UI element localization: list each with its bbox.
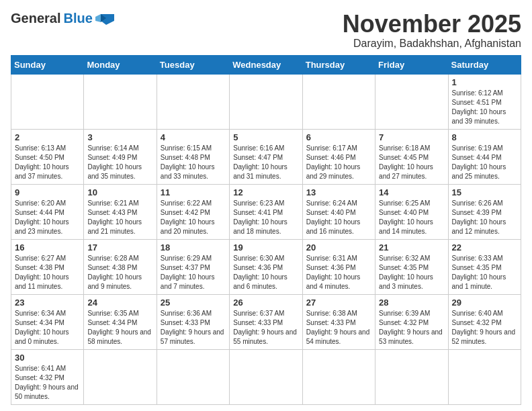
calendar-day-cell: 18Sunrise: 6:29 AM Sunset: 4:37 PM Dayli… bbox=[157, 239, 229, 294]
day-number: 5 bbox=[233, 132, 298, 142]
weekday-header-monday: Monday bbox=[84, 55, 157, 74]
day-number: 12 bbox=[233, 187, 298, 197]
day-info: Sunrise: 6:36 AM Sunset: 4:33 PM Dayligh… bbox=[161, 309, 226, 347]
day-info: Sunrise: 6:41 AM Sunset: 4:32 PM Dayligh… bbox=[15, 364, 80, 402]
calendar-day-cell: 17Sunrise: 6:28 AM Sunset: 4:38 PM Dayli… bbox=[84, 239, 157, 294]
day-info: Sunrise: 6:40 AM Sunset: 4:32 PM Dayligh… bbox=[452, 309, 517, 347]
day-number: 11 bbox=[161, 187, 226, 197]
calendar-day-cell: 1Sunrise: 6:12 AM Sunset: 4:51 PM Daylig… bbox=[448, 74, 521, 129]
day-info: Sunrise: 6:39 AM Sunset: 4:32 PM Dayligh… bbox=[379, 309, 444, 347]
calendar-week-row: 9Sunrise: 6:20 AM Sunset: 4:44 PM Daylig… bbox=[11, 184, 521, 239]
title-area: November 2025 Darayim, Badakhshan, Afgha… bbox=[343, 11, 521, 50]
calendar-day-cell bbox=[230, 74, 302, 129]
day-info: Sunrise: 6:38 AM Sunset: 4:33 PM Dayligh… bbox=[306, 309, 371, 347]
day-info: Sunrise: 6:17 AM Sunset: 4:46 PM Dayligh… bbox=[306, 144, 371, 181]
day-info: Sunrise: 6:35 AM Sunset: 4:34 PM Dayligh… bbox=[87, 309, 152, 347]
day-number: 28 bbox=[379, 298, 444, 308]
weekday-header-sunday: Sunday bbox=[11, 55, 84, 74]
calendar-day-cell bbox=[84, 74, 157, 129]
day-info: Sunrise: 6:20 AM Sunset: 4:44 PM Dayligh… bbox=[15, 199, 80, 236]
logo-blue-text: Blue bbox=[63, 11, 92, 26]
calendar-day-cell: 30Sunrise: 6:41 AM Sunset: 4:32 PM Dayli… bbox=[11, 349, 84, 404]
calendar-day-cell: 16Sunrise: 6:27 AM Sunset: 4:38 PM Dayli… bbox=[11, 239, 84, 294]
calendar-day-cell bbox=[157, 349, 229, 404]
day-info: Sunrise: 6:15 AM Sunset: 4:48 PM Dayligh… bbox=[161, 144, 226, 181]
calendar-week-row: 23Sunrise: 6:34 AM Sunset: 4:34 PM Dayli… bbox=[11, 294, 521, 349]
day-number: 25 bbox=[161, 298, 226, 308]
day-info: Sunrise: 6:29 AM Sunset: 4:37 PM Dayligh… bbox=[161, 254, 226, 291]
calendar-day-cell: 22Sunrise: 6:33 AM Sunset: 4:35 PM Dayli… bbox=[448, 239, 521, 294]
weekday-header-friday: Friday bbox=[375, 55, 448, 74]
calendar-day-cell: 11Sunrise: 6:22 AM Sunset: 4:42 PM Dayli… bbox=[157, 184, 229, 239]
calendar-day-cell bbox=[302, 74, 375, 129]
calendar-day-cell: 23Sunrise: 6:34 AM Sunset: 4:34 PM Dayli… bbox=[11, 294, 84, 349]
calendar-day-cell: 3Sunrise: 6:14 AM Sunset: 4:49 PM Daylig… bbox=[84, 129, 157, 184]
day-number: 7 bbox=[379, 132, 444, 142]
day-info: Sunrise: 6:21 AM Sunset: 4:43 PM Dayligh… bbox=[87, 199, 152, 236]
day-number: 14 bbox=[379, 187, 444, 197]
weekday-header-saturday: Saturday bbox=[448, 55, 521, 74]
calendar-day-cell bbox=[157, 74, 229, 129]
calendar-day-cell: 2Sunrise: 6:13 AM Sunset: 4:50 PM Daylig… bbox=[11, 129, 84, 184]
weekday-header-tuesday: Tuesday bbox=[157, 55, 229, 74]
day-number: 20 bbox=[306, 242, 371, 253]
calendar-day-cell bbox=[448, 349, 521, 404]
day-info: Sunrise: 6:12 AM Sunset: 4:51 PM Dayligh… bbox=[452, 89, 517, 126]
calendar-day-cell: 25Sunrise: 6:36 AM Sunset: 4:33 PM Dayli… bbox=[157, 294, 229, 349]
day-number: 10 bbox=[87, 187, 152, 197]
day-info: Sunrise: 6:32 AM Sunset: 4:35 PM Dayligh… bbox=[379, 254, 444, 291]
day-info: Sunrise: 6:33 AM Sunset: 4:35 PM Dayligh… bbox=[452, 254, 517, 291]
day-number: 9 bbox=[15, 187, 80, 197]
day-number: 19 bbox=[233, 242, 298, 253]
calendar-day-cell: 10Sunrise: 6:21 AM Sunset: 4:43 PM Dayli… bbox=[84, 184, 157, 239]
calendar-day-cell bbox=[230, 349, 302, 404]
day-number: 24 bbox=[87, 298, 152, 308]
calendar-day-cell: 7Sunrise: 6:18 AM Sunset: 4:45 PM Daylig… bbox=[375, 129, 448, 184]
calendar-day-cell bbox=[302, 349, 375, 404]
day-number: 8 bbox=[452, 132, 517, 142]
day-info: Sunrise: 6:34 AM Sunset: 4:34 PM Dayligh… bbox=[15, 309, 80, 347]
day-info: Sunrise: 6:19 AM Sunset: 4:44 PM Dayligh… bbox=[452, 144, 517, 181]
logo-general-text: General bbox=[11, 11, 60, 26]
calendar-day-cell: 9Sunrise: 6:20 AM Sunset: 4:44 PM Daylig… bbox=[11, 184, 84, 239]
day-number: 1 bbox=[452, 77, 517, 87]
day-info: Sunrise: 6:25 AM Sunset: 4:40 PM Dayligh… bbox=[379, 199, 444, 236]
day-number: 21 bbox=[379, 242, 444, 253]
calendar-day-cell: 6Sunrise: 6:17 AM Sunset: 4:46 PM Daylig… bbox=[302, 129, 375, 184]
calendar-week-row: 16Sunrise: 6:27 AM Sunset: 4:38 PM Dayli… bbox=[11, 239, 521, 294]
day-number: 22 bbox=[452, 242, 517, 253]
day-number: 13 bbox=[306, 187, 371, 197]
calendar-day-cell bbox=[11, 74, 84, 129]
calendar-week-row: 2Sunrise: 6:13 AM Sunset: 4:50 PM Daylig… bbox=[11, 129, 521, 184]
calendar-day-cell bbox=[375, 349, 448, 404]
day-info: Sunrise: 6:24 AM Sunset: 4:40 PM Dayligh… bbox=[306, 199, 371, 236]
calendar-week-row: 1Sunrise: 6:12 AM Sunset: 4:51 PM Daylig… bbox=[11, 74, 521, 129]
day-number: 3 bbox=[87, 132, 152, 142]
day-number: 30 bbox=[15, 353, 80, 363]
day-info: Sunrise: 6:37 AM Sunset: 4:33 PM Dayligh… bbox=[233, 309, 298, 347]
day-number: 27 bbox=[306, 298, 371, 308]
day-info: Sunrise: 6:28 AM Sunset: 4:38 PM Dayligh… bbox=[87, 254, 152, 291]
calendar-day-cell: 13Sunrise: 6:24 AM Sunset: 4:40 PM Dayli… bbox=[302, 184, 375, 239]
day-info: Sunrise: 6:14 AM Sunset: 4:49 PM Dayligh… bbox=[87, 144, 152, 181]
calendar-day-cell bbox=[375, 74, 448, 129]
day-number: 17 bbox=[87, 242, 152, 253]
logo-icon bbox=[95, 11, 117, 26]
day-number: 29 bbox=[452, 298, 517, 308]
calendar-day-cell: 15Sunrise: 6:26 AM Sunset: 4:39 PM Dayli… bbox=[448, 184, 521, 239]
day-number: 23 bbox=[15, 298, 80, 308]
day-number: 6 bbox=[306, 132, 371, 142]
day-info: Sunrise: 6:18 AM Sunset: 4:45 PM Dayligh… bbox=[379, 144, 444, 181]
weekday-header-row: SundayMondayTuesdayWednesdayThursdayFrid… bbox=[11, 55, 521, 74]
day-info: Sunrise: 6:23 AM Sunset: 4:41 PM Dayligh… bbox=[233, 199, 298, 236]
calendar-day-cell: 24Sunrise: 6:35 AM Sunset: 4:34 PM Dayli… bbox=[84, 294, 157, 349]
day-info: Sunrise: 6:26 AM Sunset: 4:39 PM Dayligh… bbox=[452, 199, 517, 236]
calendar-week-row: 30Sunrise: 6:41 AM Sunset: 4:32 PM Dayli… bbox=[11, 349, 521, 404]
calendar-day-cell: 4Sunrise: 6:15 AM Sunset: 4:48 PM Daylig… bbox=[157, 129, 229, 184]
calendar-day-cell: 5Sunrise: 6:16 AM Sunset: 4:47 PM Daylig… bbox=[230, 129, 302, 184]
svg-marker-2 bbox=[95, 14, 101, 22]
calendar-day-cell: 20Sunrise: 6:31 AM Sunset: 4:36 PM Dayli… bbox=[302, 239, 375, 294]
day-info: Sunrise: 6:13 AM Sunset: 4:50 PM Dayligh… bbox=[15, 144, 80, 181]
calendar-day-cell: 27Sunrise: 6:38 AM Sunset: 4:33 PM Dayli… bbox=[302, 294, 375, 349]
logo: General Blue bbox=[11, 11, 117, 26]
